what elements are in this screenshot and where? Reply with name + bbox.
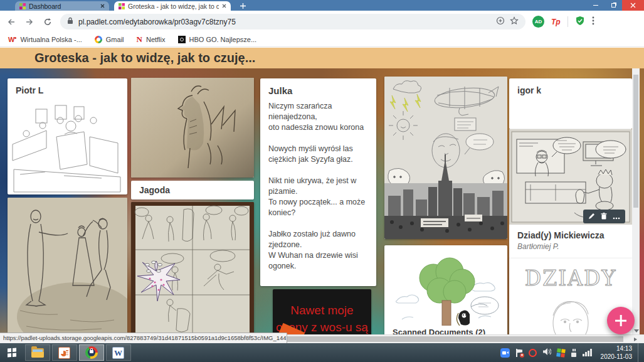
post-julka[interactable]: Julka Niczym szarańcza nienajedzona, oto…	[260, 78, 376, 286]
shield-extension-icon[interactable]	[575, 16, 585, 28]
link-status-bubble: https://padlet-uploads.storage.googleapi…	[0, 333, 287, 343]
action-center-flag-icon[interactable]: ✕	[515, 349, 523, 357]
board-vertical-scrollbar[interactable]	[632, 68, 640, 334]
post-meme[interactable]: Nawet moje oceny z wos-u są lepsze	[273, 289, 371, 339]
taskbar-clock[interactable]: 14:13 2020-11-03	[601, 344, 632, 361]
usb-device-icon[interactable]	[571, 349, 577, 357]
scroll-right-arrow-icon[interactable]	[634, 338, 637, 341]
google-icon	[95, 36, 102, 43]
dziady-lettering: DZIADY	[509, 258, 632, 290]
bookmark-label: Wirtualna Polska -...	[20, 36, 82, 43]
post-title: Jagoda	[131, 181, 254, 200]
taskbar-secure-browser[interactable]	[79, 344, 104, 361]
bookmark-gmail[interactable]: Gmail	[95, 36, 124, 43]
more-options-icon[interactable]	[613, 211, 620, 222]
padlet-board: Groteska - jak to widzę, jak to czuję...…	[0, 48, 644, 343]
bookmark-label: Gmail	[106, 36, 124, 43]
windows-taskbar: W ✕ 14:13 2020-11-03	[0, 343, 644, 362]
post-hover-toolbar	[583, 210, 625, 223]
powerpoint-icon	[58, 347, 70, 359]
bookmark-hbo-go[interactable]: HBO GO. Najlepsze...	[178, 36, 257, 43]
tab-title: Groteska - jak to widzę, jak to cz	[128, 3, 219, 10]
browser-toolbar: pl.padlet.com/edytaborowka/pr03agv7c8tzn…	[0, 11, 644, 33]
new-tab-button[interactable]	[237, 2, 248, 10]
clock-time: 14:13	[601, 344, 632, 353]
faun-drawing-image	[131, 78, 254, 178]
post-dancers[interactable]	[8, 198, 127, 339]
reload-icon[interactable]	[42, 16, 53, 28]
word-icon: W	[112, 347, 124, 359]
post-title: Dziad(y) Mickiewicza	[509, 225, 632, 241]
post-igor-drawing[interactable]	[509, 129, 632, 225]
opera-icon[interactable]	[529, 349, 537, 357]
start-button[interactable]	[0, 343, 24, 362]
minimize-button[interactable]	[587, 0, 604, 11]
post-igor[interactable]: igor k	[509, 78, 632, 129]
adblock-extension-icon[interactable]: AD	[532, 16, 544, 28]
courtroom-sketch-image	[8, 99, 127, 193]
volume-icon[interactable]	[542, 347, 551, 358]
bookmark-label: Netflix	[146, 36, 166, 43]
post-piotr[interactable]: Piotr L	[8, 78, 127, 194]
forward-icon[interactable]	[24, 16, 35, 28]
edit-pencil-icon[interactable]	[588, 211, 595, 222]
post-title: igor k	[509, 78, 632, 99]
desktop-screen: Dashboard Groteska - jak to widzę, jak t…	[0, 0, 644, 362]
tab-close-icon[interactable]	[100, 4, 105, 8]
post-collage[interactable]	[384, 77, 507, 239]
post-jagoda[interactable]: Jagoda	[131, 181, 254, 200]
windows-logo-icon	[8, 348, 16, 357]
horizontal-scrollbar-thumb[interactable]	[287, 336, 623, 342]
lock-icon	[67, 17, 73, 26]
network-signal-icon[interactable]	[583, 349, 592, 356]
post-scanned-documents[interactable]: Scanned Documents (2)	[384, 245, 507, 343]
circled-plus-icon[interactable]	[496, 16, 505, 27]
post-body-poem: Niczym szarańcza nienajedzona, oto nades…	[260, 100, 376, 273]
taskbar-file-explorer[interactable]	[25, 344, 50, 361]
file-explorer-icon	[31, 348, 44, 358]
post-title: Julka	[260, 78, 376, 100]
window-controls	[587, 0, 644, 11]
show-desktop-button[interactable]	[638, 343, 641, 362]
tab-dashboard[interactable]: Dashboard	[15, 1, 109, 11]
secure-browser-icon	[85, 346, 98, 359]
tree-drawing-image	[384, 245, 507, 326]
post-jagoda-comic[interactable]	[131, 202, 254, 339]
browser-titlebar: Dashboard Groteska - jak to widzę, jak t…	[0, 0, 644, 11]
taskbar-powerpoint[interactable]	[52, 344, 77, 361]
system-tray: ✕ 14:13 2020-11-03	[500, 343, 644, 362]
add-post-fab-button[interactable]	[607, 307, 635, 334]
netflix-icon: N	[137, 35, 142, 45]
post-title: Piotr L	[8, 78, 127, 99]
delete-trash-icon[interactable]	[601, 211, 607, 222]
tp-extension-icon[interactable]: Tp	[551, 18, 561, 26]
tab-groteska[interactable]: Groteska - jak to widzę, jak to cz	[114, 1, 231, 11]
dancers-sketch-image	[8, 198, 127, 339]
browser-menu-kebab-icon[interactable]	[592, 16, 594, 28]
hbo-icon	[178, 36, 186, 43]
restore-button[interactable]	[604, 0, 622, 11]
zoom-app-icon[interactable]	[500, 348, 510, 358]
vertical-scrollbar-thumb[interactable]	[633, 75, 638, 208]
bookmark-star-icon[interactable]	[510, 16, 519, 27]
close-button[interactable]	[622, 0, 644, 11]
bookmark-wirtualna-polska[interactable]: W Wirtualna Polska -...	[8, 36, 82, 43]
post-dziady[interactable]: Dziad(y) Mickiewicza Bartłomiej P.	[509, 225, 632, 258]
scroll-down-arrow-icon[interactable]	[634, 329, 639, 333]
padlet-favicon-icon	[119, 3, 125, 9]
wp-icon: W	[8, 36, 16, 43]
tab-close-icon[interactable]	[222, 4, 226, 8]
post-author: Bartłomiej P.	[509, 241, 632, 252]
address-bar[interactable]: pl.padlet.com/edytaborowka/pr03agv7c8tzn…	[60, 14, 525, 29]
bookmark-netflix[interactable]: N Netflix	[137, 35, 166, 45]
taskbar-word[interactable]: W	[106, 344, 131, 361]
board-title: Groteska - jak to widzę, jak to czuję...	[0, 48, 644, 68]
antivirus-grid-icon[interactable]	[556, 348, 566, 358]
tab-title: Dashboard	[29, 3, 97, 10]
padlet-favicon-icon	[19, 3, 26, 9]
back-icon[interactable]	[6, 16, 17, 28]
warsaw-collage-image	[384, 77, 507, 239]
clock-date: 2020-11-03	[601, 353, 632, 361]
toolbar-divider	[567, 16, 568, 27]
post-faun[interactable]	[131, 78, 254, 178]
